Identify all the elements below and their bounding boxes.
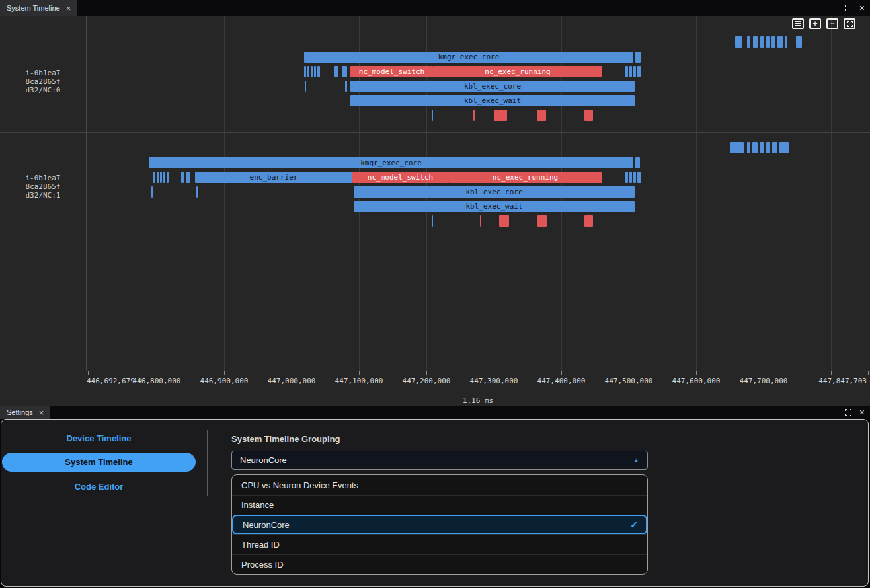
timeline-event-mark[interactable] [307, 66, 309, 77]
timeline-event-mark[interactable] [766, 142, 770, 153]
nav-item-code-editor[interactable]: Code Editor [2, 480, 196, 492]
timeline-event-mark[interactable] [163, 172, 165, 183]
timeline-event-mark[interactable] [317, 66, 320, 77]
timeline-span-nc_exec_running[interactable]: nc_exec_running [433, 66, 602, 77]
timeline-event-mark[interactable] [796, 36, 802, 48]
timeline-event-mark[interactable] [494, 110, 507, 121]
timeline-event-mark[interactable] [186, 172, 190, 183]
timeline-event-mark[interactable] [760, 142, 764, 153]
check-icon: ✓ [630, 519, 638, 530]
timeline-span-kmgr_exec_core[interactable]: kmgr_exec_core [304, 52, 633, 63]
timeline-event-mark[interactable] [779, 142, 789, 153]
timeline-event-mark[interactable] [160, 172, 162, 183]
timeline-event-mark[interactable] [753, 36, 758, 48]
axis-tick-label: 447,700,000 [740, 377, 788, 385]
timeline-event-mark[interactable] [480, 215, 481, 227]
timeline-event-mark[interactable] [304, 66, 306, 77]
dropdown-option-neuroncore[interactable]: NeuronCore✓ [232, 515, 647, 534]
timeline-event-mark[interactable] [752, 142, 758, 153]
option-label: Process ID [241, 560, 284, 570]
timeline-span-nc_exec_running[interactable]: nc_exec_running [448, 172, 602, 183]
timeline-event-mark[interactable] [633, 66, 636, 77]
timeline-span-kbl_exec_wait[interactable]: kbl_exec_wait [350, 95, 635, 106]
timeline-chart-canvas[interactable]: i-0b1ea78ca2865fd32/NC:0kmgr_exec_corenc… [0, 16, 870, 406]
timeline-event-mark[interactable] [499, 215, 509, 227]
nav-item-device-timeline[interactable]: Device Timeline [2, 432, 196, 444]
timeline-event-mark[interactable] [305, 81, 306, 92]
timeline-span-nc_model_switch[interactable]: nc_model_switch [352, 172, 448, 183]
timeline-event-mark[interactable] [735, 36, 742, 48]
maximize-settings-icon[interactable] [845, 409, 851, 416]
timeline-event-mark[interactable] [345, 81, 347, 92]
timeline-span-kbl_exec_core[interactable]: kbl_exec_core [350, 81, 635, 92]
timeline-event-mark[interactable] [625, 66, 628, 77]
timeline-event-mark[interactable] [635, 52, 641, 63]
timeline-span-kbl_exec_core[interactable]: kbl_exec_core [354, 186, 635, 198]
timeline-event-mark[interactable] [432, 215, 433, 227]
timeline-event-mark[interactable] [760, 36, 764, 48]
timeline-event-mark[interactable] [635, 157, 640, 168]
timeline-event-mark[interactable] [625, 172, 628, 183]
close-panel-icon[interactable]: × [859, 3, 865, 13]
timeline-span-enc_barrier[interactable]: enc_barrier [195, 172, 352, 183]
axis-tick-mark [157, 371, 157, 375]
timeline-event-mark[interactable] [584, 110, 593, 121]
axis-tick-mark [494, 371, 494, 375]
timeline-event-mark[interactable] [196, 186, 198, 198]
timeline-event-mark[interactable] [311, 66, 313, 77]
tab-settings[interactable]: Settings × [0, 406, 50, 419]
grouping-dropdown[interactable]: NeuronCore ▲ [231, 451, 648, 470]
timeline-event-mark[interactable] [157, 172, 159, 183]
timeline-span-kmgr_exec_core[interactable]: kmgr_exec_core [149, 157, 633, 168]
axis-tick-mark [696, 371, 697, 375]
timeline-span-kbl_exec_wait[interactable]: kbl_exec_wait [354, 201, 635, 212]
timeline-event-mark[interactable] [637, 172, 641, 183]
timeline-event-mark[interactable] [342, 66, 347, 77]
timeline-event-mark[interactable] [772, 142, 777, 153]
timeline-event-mark[interactable] [473, 110, 475, 121]
visible-range-duration: 1.16 ms [86, 396, 870, 405]
timeline-event-mark[interactable] [181, 172, 184, 183]
timeline-event-mark[interactable] [730, 142, 744, 153]
maximize-panel-icon[interactable] [845, 5, 851, 11]
timeline-event-mark[interactable] [777, 36, 783, 48]
timeline-event-mark[interactable] [334, 66, 338, 77]
timeline-event-mark[interactable] [747, 36, 750, 48]
legend-icon[interactable] [792, 18, 804, 29]
fit-to-screen-icon[interactable] [844, 18, 855, 29]
timeline-event-mark[interactable] [153, 172, 155, 183]
axis-tick-label: 447,847,703 [818, 377, 867, 385]
zoom-in-icon[interactable]: + [809, 18, 821, 29]
close-settings-tab-icon[interactable]: × [39, 408, 44, 417]
timeline-event-mark[interactable] [771, 36, 775, 48]
timeline-event-mark[interactable] [629, 172, 632, 183]
timeline-event-mark[interactable] [537, 110, 546, 121]
timeline-event-mark[interactable] [766, 36, 770, 48]
zoom-out-icon[interactable]: − [826, 18, 838, 29]
dropdown-option-process-id[interactable]: Process ID [232, 554, 647, 574]
timeline-event-mark[interactable] [633, 172, 636, 183]
group-separator [0, 235, 870, 235]
timeline-event-mark[interactable] [432, 110, 433, 121]
timeline-event-mark[interactable] [785, 36, 787, 48]
dropdown-option-cpu-vs-neuron-device-events[interactable]: CPU vs Neuron Device Events [232, 475, 647, 495]
timeline-event-mark[interactable] [151, 186, 153, 198]
timeline-event-mark[interactable] [314, 66, 316, 77]
close-tab-icon[interactable]: × [66, 4, 71, 13]
nav-item-system-timeline[interactable]: System Timeline [2, 453, 196, 472]
tab-system-timeline[interactable]: System Timeline × [0, 0, 77, 16]
dropdown-option-thread-id[interactable]: Thread ID [232, 534, 647, 554]
timeline-event-mark[interactable] [637, 66, 641, 77]
timeline-event-mark[interactable] [584, 215, 593, 227]
axis-tick-label: 447,500,000 [605, 377, 653, 385]
timeline-span-nc_model_switch[interactable]: nc_model_switch [350, 66, 433, 77]
timeline-event-mark[interactable] [537, 215, 547, 227]
dropdown-option-instance[interactable]: Instance [232, 495, 647, 515]
timeline-event-mark[interactable] [167, 172, 169, 183]
timeline-event-mark[interactable] [629, 66, 632, 77]
gridline [292, 16, 292, 371]
axis-tick-label: 447,400,000 [537, 377, 586, 385]
close-settings-icon[interactable]: × [859, 408, 865, 417]
timeline-event-mark[interactable] [747, 142, 750, 153]
label-column-divider [86, 16, 87, 371]
